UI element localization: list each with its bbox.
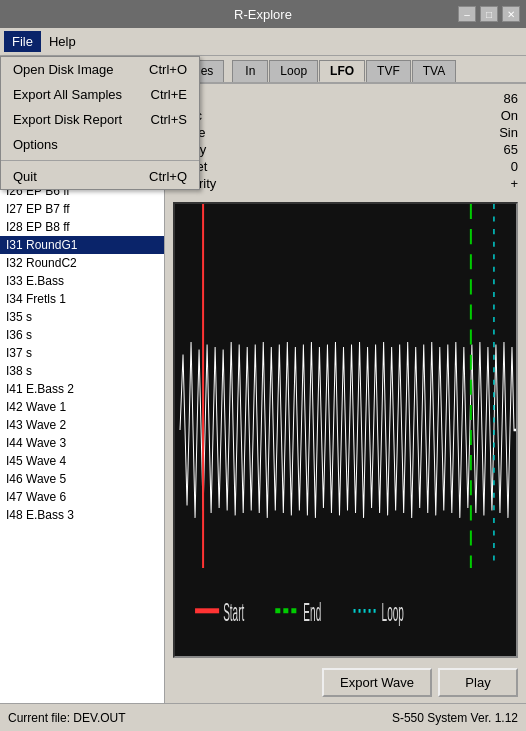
sample-item[interactable]: I44 Wave 3 [0, 434, 164, 452]
version-info: S-550 System Ver. 1.12 [392, 711, 518, 725]
sample-item[interactable]: I33 E.Bass [0, 272, 164, 290]
property-row: ModeSin [173, 124, 518, 141]
property-value: 65 [478, 142, 518, 157]
menu-bar: File Help [0, 28, 526, 56]
menu-options[interactable]: Options [1, 132, 199, 157]
sample-item[interactable]: I38 s [0, 362, 164, 380]
app-title: R-Explore [234, 7, 292, 22]
svg-text:Loop: Loop [382, 599, 404, 627]
sample-item[interactable]: I41 E.Bass 2 [0, 380, 164, 398]
status-bar: Current file: DEV.OUT S-550 System Ver. … [0, 703, 526, 731]
properties-panel: Rate86SyncOnModeSinDelay65Offset0Polarit… [165, 84, 526, 198]
sample-item[interactable]: I34 Fretls 1 [0, 290, 164, 308]
menu-open-disk[interactable]: Open Disk Image Ctrl+O [1, 57, 199, 82]
tab-in[interactable]: In [232, 60, 268, 82]
title-bar: R-Explore – □ ✕ [0, 0, 526, 28]
tabs-container: Zones In Loop LFO TVF TVA [165, 56, 526, 84]
close-button[interactable]: ✕ [502, 6, 520, 22]
sample-item[interactable]: I42 Wave 1 [0, 398, 164, 416]
maximize-button[interactable]: □ [480, 6, 498, 22]
waveform-container: Start End Loop [173, 202, 518, 658]
title-bar-buttons: – □ ✕ [458, 6, 520, 22]
menu-item-help[interactable]: Help [41, 31, 84, 52]
sample-item[interactable]: I36 s [0, 326, 164, 344]
menu-export-all[interactable]: Export All Samples Ctrl+E [1, 82, 199, 107]
menu-item-file[interactable]: File [4, 31, 41, 52]
waveform-display: Start End Loop [175, 204, 516, 656]
sample-item[interactable]: I45 Wave 4 [0, 452, 164, 470]
file-dropdown-menu: Open Disk Image Ctrl+O Export All Sample… [0, 56, 200, 190]
tab-tvf[interactable]: TVF [366, 60, 411, 82]
sample-item[interactable]: I47 Wave 6 [0, 488, 164, 506]
sample-item[interactable]: I43 Wave 2 [0, 416, 164, 434]
sample-item[interactable]: I31 RoundG1 [0, 236, 164, 254]
play-button[interactable]: Play [438, 668, 518, 697]
sample-item[interactable]: I28 EP B8 ff [0, 218, 164, 236]
property-row: Offset0 [173, 158, 518, 175]
property-value: 86 [478, 91, 518, 106]
sample-item[interactable]: I46 Wave 5 [0, 470, 164, 488]
current-file: Current file: DEV.OUT [8, 711, 126, 725]
menu-separator [1, 160, 199, 161]
property-row: Rate86 [173, 90, 518, 107]
property-row: Polarity+ [173, 175, 518, 192]
sample-item[interactable]: I32 RoundC2 [0, 254, 164, 272]
sample-item[interactable]: I37 s [0, 344, 164, 362]
property-value: 0 [478, 159, 518, 174]
tab-loop[interactable]: Loop [269, 60, 318, 82]
menu-export-report[interactable]: Export Disk Report Ctrl+S [1, 107, 199, 132]
property-value: On [478, 108, 518, 123]
sample-item[interactable]: I27 EP B7 ff [0, 200, 164, 218]
property-row: Delay65 [173, 141, 518, 158]
menu-quit[interactable]: Quit Ctrl+Q [1, 164, 199, 189]
tab-tva[interactable]: TVA [412, 60, 456, 82]
svg-text:Start: Start [223, 599, 245, 627]
sample-item[interactable]: I35 s [0, 308, 164, 326]
sample-item[interactable]: I48 E.Bass 3 [0, 506, 164, 524]
property-row: SyncOn [173, 107, 518, 124]
bottom-bar: Export Wave Play [165, 662, 526, 703]
right-panel: Zones In Loop LFO TVF TVA Rate86SyncOnMo… [165, 56, 526, 703]
minimize-button[interactable]: – [458, 6, 476, 22]
tab-lfo[interactable]: LFO [319, 60, 365, 82]
export-wave-button[interactable]: Export Wave [322, 668, 432, 697]
property-value: Sin [478, 125, 518, 140]
property-value: + [478, 176, 518, 191]
svg-text:End: End [303, 599, 321, 627]
